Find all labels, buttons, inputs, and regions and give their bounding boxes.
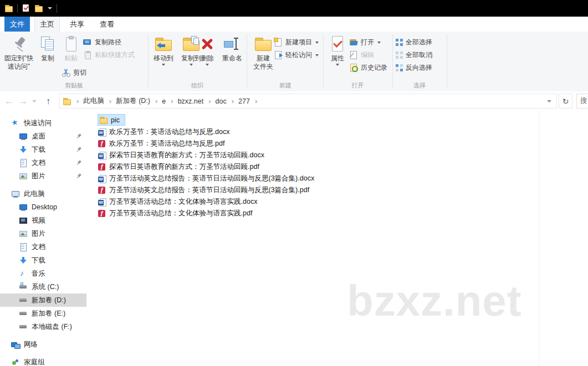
breadcrumb-segment[interactable]: doc	[216, 97, 239, 105]
sidebar-item-label: 下载	[32, 256, 45, 265]
breadcrumb-folder-icon-wrap	[63, 97, 83, 106]
sidebar-item-downloads[interactable]: 下载	[0, 254, 86, 267]
qat-chevron-down-icon[interactable]	[47, 6, 53, 11]
properties-button[interactable]: 属性	[326, 34, 349, 66]
recent-locations-chevron-icon[interactable]	[30, 91, 38, 111]
dropdown-caret-icon	[315, 42, 319, 44]
dropdown-caret-icon	[315, 54, 319, 56]
tab-file[interactable]: 文件	[4, 17, 30, 32]
file-name: pic	[111, 116, 120, 124]
rename-button[interactable]: 重命名	[218, 34, 246, 63]
back-button[interactable]: ←	[2, 91, 16, 111]
sidebar-item-drive-e[interactable]: 新加卷 (E:)	[0, 307, 86, 320]
tab-view[interactable]: 查看	[94, 17, 120, 32]
invert-selection-button[interactable]: 反向选择	[396, 62, 432, 73]
invert-selection-label: 反向选择	[406, 63, 432, 73]
sidebar-item-homegroup[interactable]: 家庭组	[0, 355, 86, 366]
address-bar: ← → ↑ 此电脑 新加卷 (D:) e bzxz.net doc 277 搜	[0, 91, 588, 111]
sidebar-item-drive-d[interactable]: 新加卷 (D:)	[0, 293, 86, 307]
sidebar-item-pictures[interactable]: 图片	[0, 227, 86, 240]
sidebar-item-videos[interactable]: 视频	[0, 214, 86, 227]
cut-button[interactable]: 剪切	[62, 67, 86, 78]
file-row[interactable]: 欢乐万圣节：英语活动总结与反思.docx	[98, 126, 314, 138]
file-row-folder-pic[interactable]: pic	[98, 114, 125, 126]
paste-button[interactable]: 粘贴	[59, 34, 83, 63]
breadcrumb-segment[interactable]: 277	[238, 97, 262, 105]
picture-icon	[19, 229, 28, 238]
file-row[interactable]: 万圣节活动英文总结报告：英语节日活动回顾与反思(3篇合集).pdf	[98, 184, 314, 196]
history-label: 历史记录	[361, 63, 387, 73]
refresh-button[interactable]	[559, 94, 572, 109]
paste-shortcut-button[interactable]: 粘贴快捷方式	[83, 49, 135, 60]
sidebar-gap	[0, 183, 86, 187]
dropdown-caret-icon	[377, 42, 381, 44]
sidebar-item-label: 下载	[32, 145, 45, 154]
file-row[interactable]: 探索节日英语教育的新方式：万圣节活动回顾.docx	[98, 150, 314, 161]
sidebar-item-music[interactable]: 音乐	[0, 267, 86, 280]
breadcrumb-segment[interactable]: 此电脑	[83, 96, 116, 106]
new-folder-quick-icon[interactable]	[34, 4, 43, 13]
sidebar-item-quick-access[interactable]: 快速访问	[0, 116, 86, 130]
document-icon	[19, 158, 28, 167]
file-name: 欢乐万圣节：英语活动总结与反思.pdf	[109, 139, 224, 148]
select-none-button[interactable]: 全部取消	[396, 49, 432, 60]
sidebar-item-pictures-qa[interactable]: 图片	[0, 169, 86, 183]
select-all-button[interactable]: 全部选择	[396, 37, 432, 48]
sidebar-item-documents-qa[interactable]: 文档	[0, 156, 86, 169]
file-row[interactable]: 探索节日英语教育的新方式：万圣节活动回顾.pdf	[98, 161, 314, 173]
copy-path-button[interactable]: 复制路径	[83, 37, 121, 48]
tab-home[interactable]: 主页	[34, 17, 60, 32]
sidebar-item-label: 图片	[32, 229, 45, 239]
file-row[interactable]: 欢乐万圣节：英语活动总结与反思.pdf	[98, 138, 314, 150]
copy-path-label: 复制路径	[95, 38, 121, 47]
easy-access-label: 轻松访问	[285, 50, 312, 60]
pin-to-quick-access-button[interactable]: 固定到"快速访问"	[2, 34, 35, 71]
easy-access-button[interactable]: 轻松访问	[274, 49, 319, 60]
sidebar-item-desktop-qa[interactable]: 桌面	[0, 130, 86, 143]
homegroup-icon	[11, 358, 20, 366]
sidebar-item-desktop[interactable]: Desktop	[0, 200, 86, 214]
tab-share[interactable]: 共享	[64, 17, 90, 32]
file-row[interactable]: 万圣节英语活动总结：文化体验与语言实践.docx	[98, 196, 314, 208]
breadcrumb-segment[interactable]: bzxz.net	[178, 97, 216, 105]
breadcrumb-segment[interactable]: 新加卷 (D:)	[116, 96, 162, 106]
sidebar-gap	[0, 333, 86, 338]
copy-button[interactable]: 复制	[35, 34, 60, 63]
search-input[interactable]: 搜	[576, 94, 588, 109]
edit-button[interactable]: 编辑	[349, 49, 374, 60]
file-row[interactable]: 万圣节活动英文总结报告：英语节日活动回顾与反思(3篇合集).docx	[98, 173, 314, 184]
navigation-pane: 快速访问 桌面 下载 文档 图片 此电脑 Desktop	[0, 111, 86, 366]
move-to-button[interactable]: 移动到	[149, 34, 178, 66]
new-item-button[interactable]: 新建项目	[274, 37, 319, 48]
rename-icon	[224, 36, 241, 51]
history-button[interactable]: 历史记录	[349, 62, 387, 73]
sidebar-item-this-pc[interactable]: 此电脑	[0, 187, 86, 200]
drive-icon	[19, 296, 28, 305]
sidebar-item-label: 系统 (C:)	[32, 282, 59, 292]
properties-quick-icon[interactable]	[22, 4, 30, 13]
paste-label: 粘贴	[64, 54, 78, 63]
up-button[interactable]: ↑	[41, 91, 55, 111]
breadcrumb-segment[interactable]: e	[162, 97, 177, 105]
breadcrumb[interactable]: 此电脑 新加卷 (D:) e bzxz.net doc 277	[59, 94, 557, 109]
open-button[interactable]: 打开	[349, 37, 381, 48]
folder-icon	[63, 97, 71, 106]
select-group-label: 选择	[392, 81, 447, 90]
properties-check-icon	[330, 35, 345, 52]
sidebar-item-documents[interactable]: 文档	[0, 240, 86, 254]
edit-label: 编辑	[361, 50, 374, 60]
new-folder-label-1: 新建	[257, 54, 270, 63]
watermark: bzxz.net	[347, 276, 522, 326]
address-dropdown-chevron-icon[interactable]	[546, 99, 552, 104]
sidebar-item-drive-c[interactable]: 系统 (C:)	[0, 280, 86, 293]
forward-button[interactable]: →	[17, 91, 30, 111]
cut-label: 剪切	[73, 68, 86, 78]
sidebar-item-downloads-qa[interactable]: 下载	[0, 143, 86, 156]
file-name: 万圣节英语活动总结：文化体验与语言实践.docx	[109, 197, 257, 207]
move-to-label: 移动到	[154, 54, 173, 63]
file-row[interactable]: 万圣节英语活动总结：文化体验与语言实践.pdf	[98, 208, 314, 219]
invert-selection-grid-icon	[396, 64, 403, 71]
computer-icon	[11, 189, 20, 198]
sidebar-item-drive-f[interactable]: 本地磁盘 (F:)	[0, 320, 86, 333]
sidebar-item-network[interactable]: 网络	[0, 338, 86, 351]
